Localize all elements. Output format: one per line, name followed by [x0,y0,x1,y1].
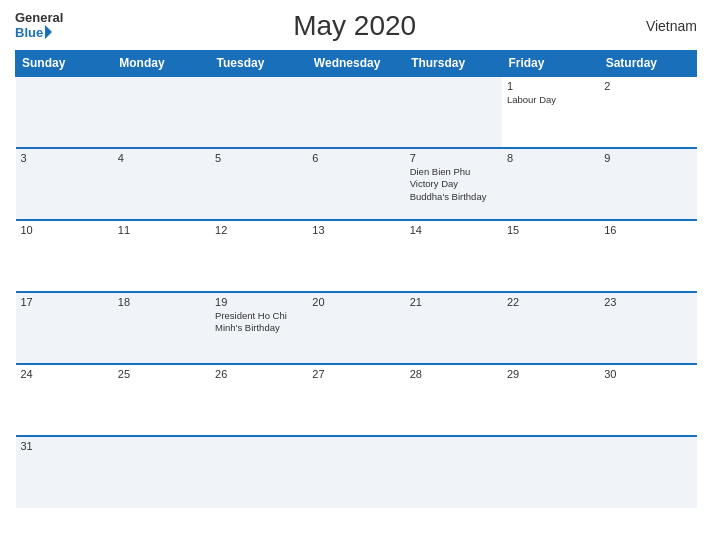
calendar-cell: 11 [113,220,210,292]
calendar-cell: 24 [16,364,113,436]
calendar-cell: 23 [599,292,696,364]
calendar-row: 171819President Ho Chi Minh's Birthday20… [16,292,697,364]
calendar-cell [16,76,113,148]
calendar-cell: 20 [307,292,404,364]
calendar-cell: 8 [502,148,599,220]
day-number: 21 [410,296,497,308]
calendar-cell: 30 [599,364,696,436]
day-number: 11 [118,224,205,236]
calendar-cell: 5 [210,148,307,220]
day-number: 9 [604,152,691,164]
calendar-cell [502,436,599,508]
day-number: 16 [604,224,691,236]
day-number: 25 [118,368,205,380]
weekday-header-saturday: Saturday [599,51,696,77]
weekday-header-monday: Monday [113,51,210,77]
calendar-cell [210,76,307,148]
calendar-event: Buddha's Birthday [410,191,497,203]
calendar-cell: 28 [405,364,502,436]
day-number: 29 [507,368,594,380]
weekday-header-sunday: Sunday [16,51,113,77]
day-number: 24 [21,368,108,380]
calendar-cell: 9 [599,148,696,220]
weekday-header-wednesday: Wednesday [307,51,404,77]
day-number: 15 [507,224,594,236]
calendar-cell: 17 [16,292,113,364]
weekday-header-row: SundayMondayTuesdayWednesdayThursdayFrid… [16,51,697,77]
calendar-cell: 19President Ho Chi Minh's Birthday [210,292,307,364]
day-number: 31 [21,440,108,452]
calendar-cell: 18 [113,292,210,364]
calendar-cell: 16 [599,220,696,292]
calendar-row: 24252627282930 [16,364,697,436]
calendar-header: General Blue May 2020 Vietnam [15,10,697,42]
day-number: 30 [604,368,691,380]
day-number: 13 [312,224,399,236]
calendar-cell: 4 [113,148,210,220]
day-number: 10 [21,224,108,236]
day-number: 3 [21,152,108,164]
calendar-event: Dien Bien Phu Victory Day [410,166,497,191]
calendar-event: President Ho Chi Minh's Birthday [215,310,302,335]
calendar-event: Labour Day [507,94,594,106]
calendar-cell [405,76,502,148]
day-number: 6 [312,152,399,164]
calendar-cell [307,76,404,148]
calendar-cell: 26 [210,364,307,436]
calendar-page: General Blue May 2020 Vietnam SundayMond… [0,0,712,550]
calendar-cell: 7Dien Bien Phu Victory DayBuddha's Birth… [405,148,502,220]
calendar-cell: 10 [16,220,113,292]
day-number: 20 [312,296,399,308]
logo-blue-text: Blue [15,25,52,41]
calendar-cell [113,436,210,508]
calendar-cell: 14 [405,220,502,292]
calendar-title: May 2020 [293,10,416,42]
calendar-cell: 25 [113,364,210,436]
day-number: 18 [118,296,205,308]
weekday-header-tuesday: Tuesday [210,51,307,77]
day-number: 5 [215,152,302,164]
calendar-cell: 1Labour Day [502,76,599,148]
calendar-cell [113,76,210,148]
calendar-row: 34567Dien Bien Phu Victory DayBuddha's B… [16,148,697,220]
calendar-cell: 13 [307,220,404,292]
day-number: 22 [507,296,594,308]
calendar-cell [599,436,696,508]
calendar-cell: 2 [599,76,696,148]
day-number: 7 [410,152,497,164]
calendar-cell: 6 [307,148,404,220]
calendar-row: 10111213141516 [16,220,697,292]
day-number: 4 [118,152,205,164]
calendar-row: 31 [16,436,697,508]
calendar-cell: 29 [502,364,599,436]
day-number: 28 [410,368,497,380]
calendar-cell: 21 [405,292,502,364]
day-number: 12 [215,224,302,236]
calendar-row: 1Labour Day2 [16,76,697,148]
logo-triangle-icon [45,25,52,39]
calendar-cell [405,436,502,508]
calendar-cell: 3 [16,148,113,220]
day-number: 14 [410,224,497,236]
day-number: 2 [604,80,691,92]
day-number: 26 [215,368,302,380]
day-number: 27 [312,368,399,380]
day-number: 1 [507,80,594,92]
logo: General Blue [15,11,63,41]
logo-general-text: General [15,11,63,25]
calendar-cell: 31 [16,436,113,508]
calendar-cell [307,436,404,508]
calendar-cell: 12 [210,220,307,292]
weekday-header-thursday: Thursday [405,51,502,77]
day-number: 19 [215,296,302,308]
calendar-cell: 15 [502,220,599,292]
calendar-table: SundayMondayTuesdayWednesdayThursdayFrid… [15,50,697,508]
weekday-header-friday: Friday [502,51,599,77]
day-number: 17 [21,296,108,308]
calendar-cell [210,436,307,508]
calendar-cell: 22 [502,292,599,364]
day-number: 23 [604,296,691,308]
day-number: 8 [507,152,594,164]
country-label: Vietnam [646,18,697,34]
calendar-cell: 27 [307,364,404,436]
